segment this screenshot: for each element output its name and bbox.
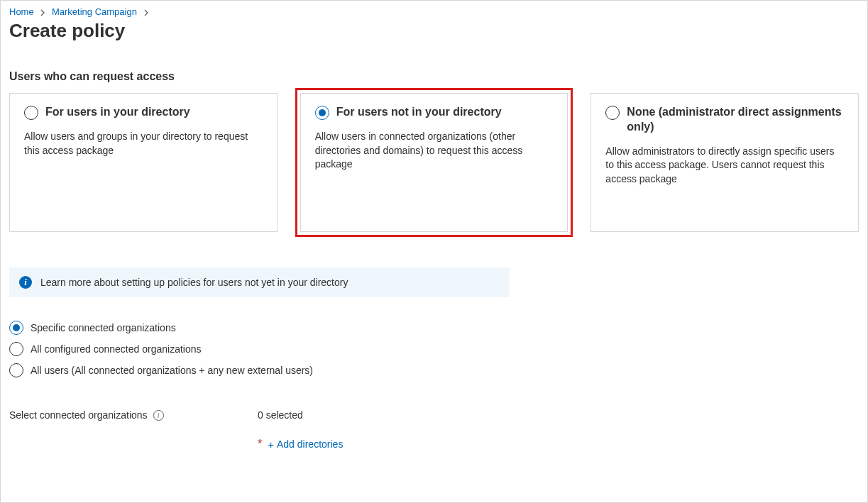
- radio-icon: [9, 321, 23, 335]
- add-directories-label: Add directories: [277, 438, 343, 450]
- scope-radio-group: Specific connected organizations All con…: [9, 317, 859, 381]
- card-title: For users not in your directory: [336, 105, 502, 120]
- scope-option-label: All users (All connected organizations +…: [31, 365, 313, 376]
- radio-icon: [9, 363, 23, 377]
- add-directories-link[interactable]: + Add directories: [268, 438, 343, 451]
- required-asterisk: *: [258, 438, 262, 451]
- radio-icon: [9, 342, 23, 356]
- chevron-right-icon: [143, 9, 150, 16]
- card-users-not-in-directory[interactable]: For users not in your directory Allow us…: [300, 93, 568, 232]
- page-title: Create policy: [9, 20, 859, 42]
- card-description: Allow users and groups in your directory…: [24, 130, 263, 157]
- plus-icon: +: [268, 438, 274, 451]
- card-description: Allow users in connected organizations (…: [315, 130, 554, 172]
- info-banner[interactable]: i Learn more about setting up policies f…: [9, 267, 510, 297]
- radio-icon: [24, 106, 38, 120]
- connected-orgs-count: 0 selected: [258, 409, 343, 421]
- scope-option-label: Specific connected organizations: [31, 322, 176, 333]
- info-banner-text: Learn more about setting up policies for…: [40, 277, 348, 288]
- card-title: For users in your directory: [45, 105, 190, 120]
- scope-option-all-configured[interactable]: All configured connected organizations: [9, 338, 859, 360]
- radio-icon: [605, 106, 620, 120]
- info-icon: i: [19, 276, 32, 289]
- breadcrumb-home-link[interactable]: Home: [9, 6, 34, 17]
- breadcrumb: Home Marketing Campaign: [9, 6, 859, 17]
- card-users-in-directory[interactable]: For users in your directory Allow users …: [9, 93, 278, 232]
- card-none-admin-only[interactable]: None (administrator direct assignments o…: [590, 93, 859, 232]
- radio-icon: [315, 106, 329, 120]
- section-heading-users: Users who can request access: [9, 70, 859, 83]
- breadcrumb-campaign-link[interactable]: Marketing Campaign: [52, 6, 137, 17]
- chevron-right-icon: [39, 9, 46, 16]
- requestor-card-row: For users in your directory Allow users …: [9, 93, 859, 232]
- card-description: Allow administrators to directly assign …: [605, 145, 844, 187]
- scope-option-all-users[interactable]: All users (All connected organizations +…: [9, 360, 859, 381]
- scope-option-label: All configured connected organizations: [31, 343, 202, 355]
- scope-option-specific[interactable]: Specific connected organizations: [9, 317, 859, 338]
- connected-orgs-label: Select connected organizations: [9, 409, 148, 421]
- card-title: None (administrator direct assignments o…: [627, 105, 844, 135]
- info-help-icon[interactable]: i: [153, 410, 164, 421]
